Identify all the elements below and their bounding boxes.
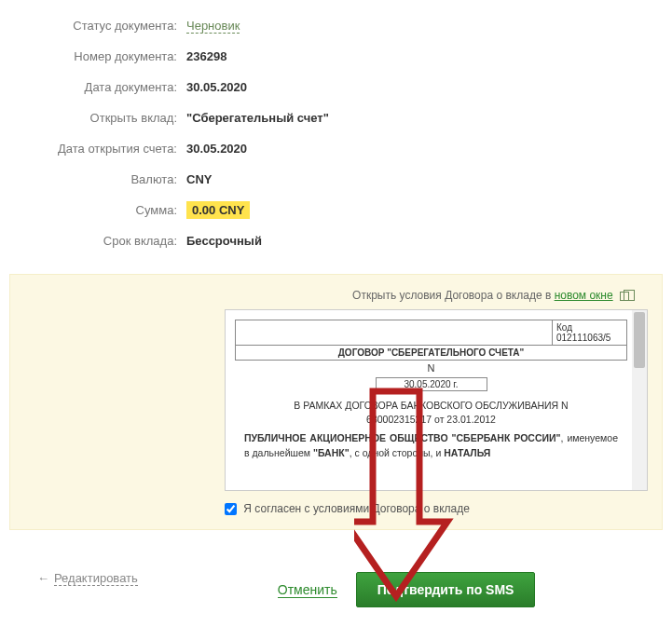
- contract-n-label: N: [235, 361, 627, 375]
- row-date: Дата документа: 30.05.2020: [37, 80, 635, 94]
- footer: ← Редактировать Отменить Подтвердить по …: [0, 530, 672, 635]
- label-currency: Валюта:: [37, 172, 186, 186]
- label-date: Дата документа:: [37, 80, 186, 94]
- value-date: 30.05.2020: [186, 80, 247, 94]
- row-deposit: Открыть вклад: "Сберегательный счет": [37, 111, 635, 125]
- row-number: Номер документа: 236298: [37, 49, 635, 63]
- actions: Отменить Подтвердить по SMS: [278, 572, 536, 607]
- contract-panel: Открыть условия Договора о вкладе в ново…: [9, 274, 663, 530]
- value-amount: 0.00 CNY: [186, 201, 250, 219]
- contract-body: В РАМКАХ ДОГОВОРА БАНКОВСКОГО ОБСЛУЖИВАН…: [235, 393, 627, 428]
- row-term: Срок вклада: Бессрочный: [37, 234, 635, 248]
- edit-link[interactable]: Редактировать: [54, 571, 138, 586]
- party-t3: , с одной стороны, и: [350, 447, 445, 458]
- contract-header-table: Код 012111063/5 ДОГОВОР "СБЕРЕГАТЕЛЬНОГО…: [235, 320, 627, 361]
- party-name: НАТАЛЬЯ: [444, 447, 490, 458]
- label-open-date: Дата открытия счета:: [37, 142, 186, 156]
- row-currency: Валюта: CNY: [37, 172, 635, 186]
- code-label: Код: [556, 322, 572, 333]
- value-number: 236298: [186, 49, 226, 63]
- label-amount: Сумма:: [37, 203, 186, 217]
- confirm-sms-button[interactable]: Подтвердить по SMS: [356, 572, 536, 607]
- scroll-thumb[interactable]: [634, 312, 645, 368]
- label-number: Номер документа:: [37, 49, 186, 63]
- party-bank: "БАНК": [313, 447, 350, 458]
- contract-date-box: 30.05.2020 г.: [376, 377, 487, 391]
- contract-body-line2: 630002315217 от 23.01.2012: [366, 414, 496, 425]
- party-org: ПУБЛИЧНОЕ АКЦИОНЕРНОЕ ОБЩЕСТВО "СБЕРБАНК…: [244, 432, 561, 443]
- row-amount: Сумма: 0.00 CNY: [37, 203, 635, 217]
- form-section: Статус документа: Черновик Номер докумен…: [0, 0, 672, 274]
- contract-party: ПУБЛИЧНОЕ АКЦИОНЕРНОЕ ОБЩЕСТВО "СБЕРБАНК…: [235, 428, 627, 461]
- agree-row: Я согласен с условиями Договора о вкладе: [225, 502, 648, 515]
- contract-document-box: Код 012111063/5 ДОГОВОР "СБЕРЕГАТЕЛЬНОГО…: [225, 309, 648, 491]
- contract-body-line1: В РАМКАХ ДОГОВОРА БАНКОВСКОГО ОБСЛУЖИВАН…: [294, 400, 568, 411]
- status-value-link[interactable]: Черновик: [186, 19, 240, 34]
- value-currency: CNY: [186, 172, 212, 186]
- row-open-date: Дата открытия счета: 30.05.2020: [37, 142, 635, 156]
- code-cell: Код 012111063/5: [553, 320, 627, 346]
- cancel-link[interactable]: Отменить: [278, 582, 337, 598]
- agree-checkbox[interactable]: [225, 503, 237, 515]
- value-deposit: "Сберегательный счет": [186, 111, 329, 125]
- contract-open-header: Открыть условия Договора о вкладе в ново…: [24, 289, 648, 302]
- row-status: Статус документа: Черновик: [37, 19, 635, 33]
- open-conditions-text: Открыть условия Договора о вкладе в: [352, 289, 555, 302]
- label-term: Срок вклада:: [37, 234, 186, 248]
- value-term: Бессрочный: [186, 234, 262, 248]
- contract-content: Код 012111063/5 ДОГОВОР "СБЕРЕГАТЕЛЬНОГО…: [235, 320, 644, 461]
- edit-link-wrap: ← Редактировать: [37, 571, 138, 586]
- contract-title: ДОГОВОР "СБЕРЕГАТЕЛЬНОГО СЧЕТА": [236, 346, 627, 361]
- label-deposit: Открыть вклад:: [37, 111, 186, 125]
- scrollbar[interactable]: [632, 310, 647, 490]
- value-open-date: 30.05.2020: [186, 142, 247, 156]
- agree-label: Я согласен с условиями Договора о вкладе: [243, 502, 470, 515]
- code-value: 012111063/5: [556, 333, 610, 343]
- new-window-icon[interactable]: [620, 292, 629, 301]
- arrow-left-icon: ←: [37, 571, 49, 585]
- new-window-link[interactable]: новом окне: [555, 289, 613, 302]
- label-status: Статус документа:: [37, 19, 186, 33]
